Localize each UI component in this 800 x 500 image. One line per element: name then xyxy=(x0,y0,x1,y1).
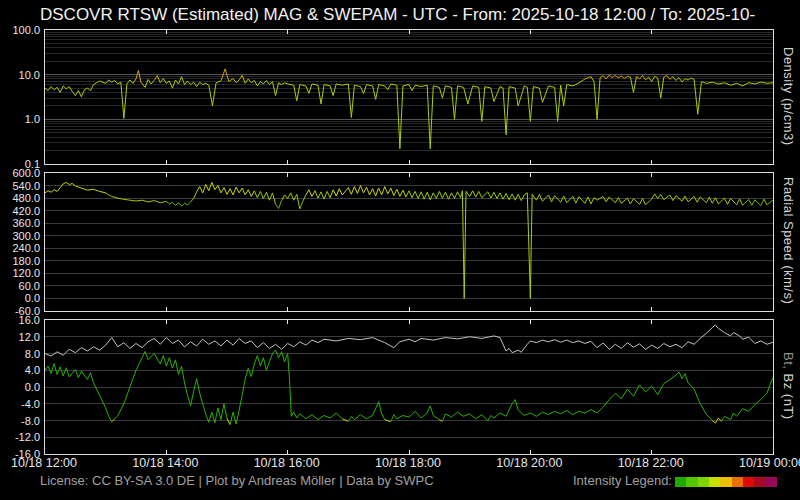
bt-label: Bt, xyxy=(781,352,796,374)
y-tick-label: 420.0 xyxy=(0,205,40,216)
y-tick-label: 600.0 xyxy=(0,168,40,179)
x-tick-label: 10/18 20:00 xyxy=(496,456,562,470)
density-panel xyxy=(44,29,774,165)
x-tick-label: 10/18 14:00 xyxy=(132,456,198,470)
y-tick-label: -8.0 xyxy=(0,415,40,426)
radial-speed-panel xyxy=(44,172,774,312)
density-axis-title: Density (p/cm3) xyxy=(776,29,796,163)
legend-swatch xyxy=(709,477,720,487)
x-tick-label: 10/19 00:00 xyxy=(739,456,800,470)
mag-axis-title: Bt, Bz (nT) xyxy=(776,319,796,453)
y-tick-label: 16.0 xyxy=(0,315,40,326)
gridlines xyxy=(45,30,773,164)
y-tick-label: 120.0 xyxy=(0,268,40,279)
legend-swatch xyxy=(686,477,697,487)
legend-swatch xyxy=(732,477,743,487)
x-tick-label: 10/18 12:00 xyxy=(11,456,77,470)
legend-swatch xyxy=(698,477,709,487)
x-tick-label: 10/18 22:00 xyxy=(618,456,684,470)
mag-plot-canvas xyxy=(45,320,773,454)
y-tick-label: -4.0 xyxy=(0,398,40,409)
mag-panel xyxy=(44,319,774,455)
x-tick-label: 10/18 18:00 xyxy=(375,456,441,470)
legend-swatch xyxy=(754,477,765,487)
bz-label: Bz (nT) xyxy=(781,374,796,420)
y-tick-label: -12.0 xyxy=(0,432,40,443)
y-tick-label: 100.0 xyxy=(0,25,40,36)
y-tick-label: 8.0 xyxy=(0,348,40,359)
y-tick-label: 0.0 xyxy=(0,293,40,304)
y-tick-label: 180.0 xyxy=(0,255,40,266)
y-tick-label: 0.0 xyxy=(0,382,40,393)
y-tick-label: 4.0 xyxy=(0,365,40,376)
legend-swatch xyxy=(720,477,731,487)
y-tick-label: 1.0 xyxy=(0,114,40,125)
dashboard: DSCOVR RTSW (Estimated) MAG & SWEPAM - U… xyxy=(0,0,800,500)
gridlines xyxy=(45,320,773,454)
radial-speed-series xyxy=(45,182,773,298)
license-text: License: CC BY-SA 3.0 DE | Plot by Andre… xyxy=(40,473,434,488)
radial-speed-plot-canvas xyxy=(45,173,773,311)
y-tick-label: 12.0 xyxy=(0,331,40,342)
legend-swatch xyxy=(766,477,777,487)
density-plot-canvas xyxy=(45,30,773,164)
y-tick-label: 240.0 xyxy=(0,243,40,254)
y-tick-label: 360.0 xyxy=(0,218,40,229)
radial-speed-axis-title: Radial Speed (km/s) xyxy=(776,172,796,310)
y-tick-label: 540.0 xyxy=(0,180,40,191)
y-tick-label: 300.0 xyxy=(0,230,40,241)
y-tick-label: 480.0 xyxy=(0,193,40,204)
intensity-legend-colorbar xyxy=(675,477,777,487)
y-tick-label: 10.0 xyxy=(0,69,40,80)
bt-series xyxy=(45,325,773,356)
x-tick-label: 10/18 16:00 xyxy=(254,456,320,470)
y-tick-label: 60.0 xyxy=(0,280,40,291)
intensity-legend-label: Intensity Legend: xyxy=(573,473,672,488)
gridlines xyxy=(45,173,773,311)
legend-swatch xyxy=(675,477,686,487)
page-title: DSCOVR RTSW (Estimated) MAG & SWEPAM - U… xyxy=(40,5,755,25)
legend-swatch xyxy=(743,477,754,487)
